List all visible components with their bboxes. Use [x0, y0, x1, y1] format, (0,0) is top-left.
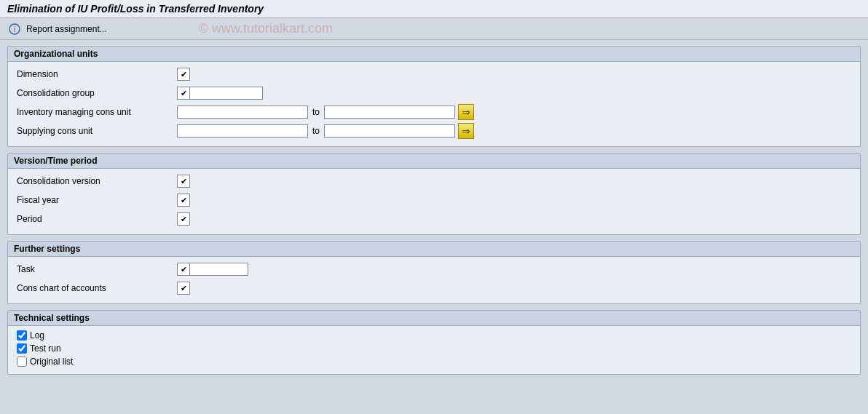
original-list-label: Original list	[30, 357, 73, 367]
test-run-checkbox[interactable]	[17, 343, 27, 354]
cons-chart-row: Cons chart of accounts ✔	[17, 280, 851, 296]
consolidation-group-checkbox-input: ✔	[177, 87, 263, 100]
technical-settings-header: Technical settings	[8, 311, 860, 326]
dimension-label: Dimension	[17, 69, 177, 79]
log-row: Log	[17, 330, 851, 341]
consolidation-group-input[interactable]	[190, 87, 263, 100]
task-input[interactable]	[190, 263, 248, 276]
log-checkbox[interactable]	[17, 330, 27, 341]
arrow-icon-2: ⇒	[462, 125, 470, 137]
consolidation-version-checkbox[interactable]: ✔	[177, 175, 190, 188]
inventory-managing-label: Inventory managing cons unit	[17, 107, 177, 117]
watermark: © www.tutorialkart.com	[199, 21, 333, 36]
log-label: Log	[30, 330, 44, 341]
consolidation-group-row: Consolidation group ✔	[17, 85, 851, 101]
dimension-row: Dimension ✔	[17, 66, 851, 82]
test-run-label: Test run	[30, 343, 61, 354]
page-title: Elimination of IU Profit/Loss in Transfe…	[7, 3, 264, 15]
organizational-units-header: Organizational units	[8, 47, 860, 62]
original-list-checkbox[interactable]	[17, 357, 27, 367]
original-list-row: Original list	[17, 357, 851, 367]
arrow-icon-1: ⇒	[462, 106, 470, 118]
test-run-row: Test run	[17, 343, 851, 354]
svg-text:i: i	[14, 25, 15, 33]
inventory-managing-arrow-btn[interactable]: ⇒	[458, 104, 474, 120]
supplying-cons-to-input[interactable]	[324, 124, 455, 138]
consolidation-version-row: Consolidation version ✔	[17, 173, 851, 189]
cons-chart-checkbox[interactable]: ✔	[177, 282, 190, 295]
fiscal-year-row: Fiscal year ✔	[17, 192, 851, 208]
task-label: Task	[17, 264, 177, 274]
consolidation-version-label: Consolidation version	[17, 176, 177, 186]
technical-settings-section: Technical settings Log Test run Original…	[7, 310, 861, 375]
supplying-cons-row: Supplying cons unit to ⇒	[17, 123, 851, 139]
inventory-managing-to-input[interactable]	[324, 106, 455, 119]
inventory-managing-row: Inventory managing cons unit to ⇒	[17, 104, 851, 120]
further-settings-header: Further settings	[8, 242, 860, 257]
further-settings-section: Further settings Task ✔ Cons chart of ac…	[7, 241, 861, 304]
supplying-cons-arrow-btn[interactable]: ⇒	[458, 123, 474, 139]
to-label-2: to	[312, 126, 320, 136]
version-time-section: Version/Time period Consolidation versio…	[7, 153, 861, 235]
to-label-1: to	[312, 107, 320, 117]
inventory-managing-from-input[interactable]	[177, 106, 308, 119]
supplying-cons-from-input[interactable]	[177, 124, 308, 138]
period-row: Period ✔	[17, 211, 851, 227]
consolidation-group-label: Consolidation group	[17, 88, 177, 98]
period-label: Period	[17, 214, 177, 224]
fiscal-year-checkbox[interactable]: ✔	[177, 194, 190, 207]
report-icon: i	[7, 22, 22, 36]
task-checkbox-input: ✔	[177, 263, 248, 276]
cons-chart-label: Cons chart of accounts	[17, 283, 177, 293]
supplying-cons-label: Supplying cons unit	[17, 126, 177, 136]
organizational-units-section: Organizational units Dimension ✔ Consoli…	[7, 46, 861, 147]
dimension-checkbox[interactable]: ✔	[177, 68, 190, 81]
fiscal-year-label: Fiscal year	[17, 195, 177, 205]
title-bar: Elimination of IU Profit/Loss in Transfe…	[0, 0, 868, 18]
report-assignment-link[interactable]: Report assignment...	[26, 24, 107, 34]
task-row: Task ✔	[17, 261, 851, 277]
toolbar: i Report assignment... © www.tutorialkar…	[0, 18, 868, 40]
period-checkbox[interactable]: ✔	[177, 212, 190, 226]
version-time-header: Version/Time period	[8, 154, 860, 169]
